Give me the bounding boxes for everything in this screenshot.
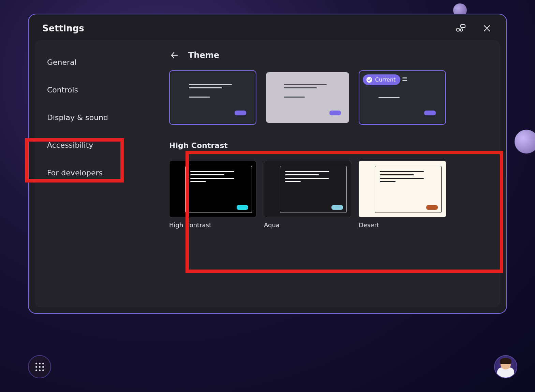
window-header: Settings: [29, 14, 506, 40]
theme-grid: Current: [169, 70, 492, 125]
hc-preview-desert[interactable]: [359, 161, 446, 217]
dot: [39, 366, 41, 368]
dot: [42, 366, 44, 368]
sidebar-item-general[interactable]: General: [42, 50, 153, 75]
sidebar-item-controls[interactable]: Controls: [42, 77, 153, 102]
sidebar-item-for-developers[interactable]: For developers: [42, 160, 153, 185]
preview-line: [190, 178, 234, 179]
preview-line: [284, 84, 327, 85]
close-icon[interactable]: [481, 23, 493, 34]
high-contrast-grid: High Contrast Aqua: [169, 161, 492, 229]
hc-card-high-contrast: High Contrast: [169, 161, 256, 229]
check-circle-icon: [366, 77, 372, 83]
preview-accent: [426, 205, 438, 210]
preview-line: [380, 178, 424, 179]
header-actions: [455, 23, 493, 34]
dot: [42, 369, 44, 371]
panel-title: Theme: [188, 50, 219, 60]
content-area: General Controls Display & sound Accessi…: [35, 40, 500, 307]
svg-rect-2: [461, 25, 465, 28]
preview-line: [189, 97, 210, 98]
preview-accent: [424, 111, 436, 115]
dot: [35, 363, 37, 364]
hc-card-aqua: Aqua: [264, 161, 351, 229]
avatar-figure: [496, 359, 515, 378]
app-grid-icon[interactable]: [28, 355, 51, 378]
panel-header: Theme: [169, 50, 492, 66]
theme-card-dark[interactable]: [169, 70, 256, 125]
sidebar-item-display-sound[interactable]: Display & sound: [42, 105, 153, 130]
sidebar-item-accessibility[interactable]: Accessibility: [42, 133, 153, 158]
settings-sidebar: General Controls Display & sound Accessi…: [35, 40, 161, 307]
preview-line: [284, 87, 317, 88]
preview-line: [380, 181, 396, 182]
preview-line: [285, 174, 319, 175]
avatar-hair: [500, 358, 511, 364]
preview-line: [190, 181, 206, 182]
badge-decoration: [402, 76, 408, 83]
main-panel: Theme: [161, 40, 500, 307]
theme-preview-light: [266, 72, 349, 123]
svg-rect-4: [402, 77, 407, 78]
hc-label-aqua: Aqua: [264, 221, 351, 229]
preview-line: [378, 97, 400, 98]
preview-accent: [235, 111, 246, 115]
svg-point-0: [457, 28, 460, 31]
preview-line: [189, 87, 222, 88]
preview-line: [189, 84, 232, 85]
hc-preview-aqua[interactable]: [264, 161, 351, 217]
preview-window: [183, 78, 250, 118]
dot: [35, 366, 37, 368]
hc-label-high-contrast: High Contrast: [169, 221, 256, 229]
preview-line: [285, 181, 301, 182]
back-icon[interactable]: [169, 50, 180, 61]
preview-line: [380, 174, 414, 175]
preview-accent: [237, 205, 248, 210]
preview-line: [190, 174, 224, 175]
dot: [39, 363, 41, 364]
dot: [35, 369, 37, 371]
current-badge-label: Current: [375, 76, 396, 83]
hc-card-desert: Desert: [359, 161, 446, 229]
avatar-icon[interactable]: [494, 355, 517, 378]
dot: [42, 363, 44, 364]
bg-planet-large: [515, 130, 535, 154]
preview-accent: [331, 205, 343, 210]
theme-card-light[interactable]: [264, 70, 351, 125]
preview-line: [285, 171, 329, 172]
preview-line: [284, 97, 305, 98]
preview-line: [190, 171, 234, 172]
theme-preview-dark: [171, 72, 254, 123]
svg-point-3: [367, 77, 372, 83]
preview-window: [278, 78, 344, 118]
high-contrast-heading: High Contrast: [169, 141, 492, 150]
svg-rect-5: [402, 80, 407, 81]
hc-label-desert: Desert: [359, 221, 446, 229]
hc-inner: [185, 166, 252, 213]
theme-card-current[interactable]: Current: [359, 70, 446, 125]
current-badge: Current: [363, 74, 400, 85]
preview-accent: [329, 111, 341, 115]
preview-line: [285, 178, 329, 179]
hc-preview-high-contrast[interactable]: [169, 161, 256, 217]
hc-inner: [280, 166, 347, 213]
window-title: Settings: [42, 23, 84, 33]
dot: [39, 369, 41, 371]
settings-window: Settings General Controls Display & soun…: [28, 14, 507, 314]
feedback-icon[interactable]: [455, 23, 466, 34]
preview-line: [380, 171, 424, 172]
svg-point-1: [460, 29, 463, 31]
hc-inner: [375, 166, 442, 213]
